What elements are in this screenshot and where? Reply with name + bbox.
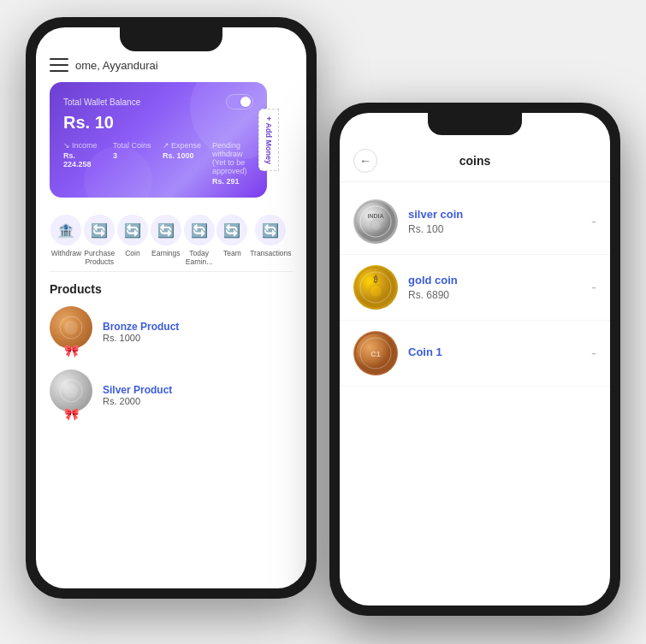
- gold-coin-dash: -: [591, 279, 596, 297]
- coin-icon: 🔄: [117, 215, 148, 245]
- gold-coin-image: ₿: [353, 265, 398, 310]
- nav-transactions[interactable]: 🔄 Transactions: [250, 215, 291, 266]
- phone2-notch: [428, 113, 522, 135]
- phone1-content: ome, Ayyandurai Total Wallet Balance Rs.…: [36, 27, 306, 588]
- bronze-product-price: Rs. 1000: [103, 333, 179, 343]
- wallet-card: Total Wallet Balance Rs. 10 ↘ Income Rs.…: [50, 82, 267, 198]
- svg-point-1: [64, 321, 78, 334]
- silver-coin-dash: -: [591, 213, 596, 231]
- earnings-icon: 🔄: [151, 215, 181, 245]
- transactions-icon: 🔄: [255, 215, 286, 245]
- add-money-tab[interactable]: + Add Money: [258, 109, 279, 172]
- nav-coin[interactable]: 🔄 Coin: [117, 215, 148, 266]
- bronze-ribbon: 🎀: [64, 344, 79, 357]
- back-button[interactable]: ←: [353, 149, 377, 173]
- gold-coin-name: gold coin: [408, 274, 581, 287]
- hamburger-icon[interactable]: [50, 58, 68, 72]
- silver-product-info: Silver Product Rs. 2000: [103, 384, 172, 406]
- today-icon: 🔄: [184, 215, 215, 245]
- product-bronze: 🎀 Bronze Product Rs. 1000: [50, 306, 293, 357]
- svg-text:₿: ₿: [373, 275, 378, 284]
- phone2-header: ← coins: [340, 142, 610, 182]
- coins-stat: Total Coins 3: [113, 141, 154, 186]
- team-icon: 🔄: [216, 215, 247, 245]
- silver-coin-info: silver coin Rs. 100: [408, 208, 581, 235]
- silver-product-name: Silver Product: [103, 384, 172, 396]
- phone2: ← coins: [329, 103, 620, 616]
- gold-coin-info: gold coin Rs. 6890: [408, 274, 581, 301]
- coin1-name: Coin 1: [408, 346, 581, 358]
- coin-item-coin1[interactable]: C1 Coin 1 -: [340, 321, 610, 387]
- silver-product-price: Rs. 2000: [103, 396, 172, 406]
- purchase-icon: 🔄: [84, 215, 115, 245]
- income-value: Rs. 224.258: [63, 151, 104, 168]
- wallet-stats: ↘ Income Rs. 224.258 Total Coins 3 ↗ Exp…: [63, 141, 253, 186]
- products-section: Products 🎀 Bronze Product: [50, 272, 293, 421]
- silver-coin-image: INDIA: [353, 199, 398, 244]
- products-title: Products: [50, 282, 293, 296]
- coin-item-silver[interactable]: INDIA silver coin Rs. 100 -: [340, 189, 610, 255]
- expense-value: Rs. 1000: [163, 151, 204, 160]
- bronze-product-info: Bronze Product Rs. 1000: [103, 321, 179, 343]
- silver-medal: [50, 369, 92, 412]
- phone1-screen: ome, Ayyandurai Total Wallet Balance Rs.…: [36, 27, 306, 588]
- nav-purchase[interactable]: 🔄 PurchaseProducts: [84, 215, 115, 266]
- pending-value: Rs. 291: [212, 177, 253, 186]
- coins-title: coins: [459, 154, 491, 168]
- income-stat: ↘ Income Rs. 224.258: [63, 141, 104, 186]
- phone2-screen: ← coins: [340, 113, 610, 606]
- phone1-notch: [120, 27, 222, 51]
- wallet-label: Total Wallet Balance: [63, 97, 140, 107]
- svg-point-7: [370, 220, 381, 230]
- svg-text:C1: C1: [370, 350, 381, 358]
- expense-stat: ↗ Expense Rs. 1000: [163, 141, 204, 186]
- coin-list: INDIA silver coin Rs. 100 -: [340, 182, 610, 393]
- coin1-dash: -: [591, 345, 596, 363]
- coin1-info: Coin 1: [408, 346, 581, 361]
- svg-point-11: [370, 285, 382, 297]
- silver-ribbon: 🎀: [64, 407, 79, 421]
- coin-item-gold[interactable]: ₿ gold coin Rs. 6890 -: [340, 255, 610, 321]
- pending-stat: Pending withdraw (Yet to be approved) Rs…: [212, 141, 253, 186]
- toggle-switch[interactable]: [226, 94, 253, 109]
- silver-coin-price: Rs. 100: [408, 223, 581, 235]
- svg-text:INDIA: INDIA: [367, 213, 383, 219]
- phone1-header: ome, Ayyandurai: [50, 58, 293, 72]
- toggle-thumb: [240, 97, 251, 107]
- nav-today[interactable]: 🔄 TodayEarnin...: [184, 215, 215, 266]
- nav-withdraw[interactable]: 🏦 Withdraw: [50, 215, 81, 266]
- gold-coin-price: Rs. 6890: [408, 289, 581, 301]
- nav-earnings[interactable]: 🔄 Earnings: [151, 215, 181, 266]
- product-silver: 🎀 Silver Product Rs. 2000: [50, 369, 293, 421]
- bronze-medal: [50, 306, 92, 349]
- silver-coin-name: silver coin: [408, 208, 581, 221]
- bronze-product-name: Bronze Product: [103, 321, 179, 333]
- withdraw-icon: 🏦: [50, 215, 81, 245]
- welcome-text: ome, Ayyandurai: [75, 59, 158, 72]
- phone1: ome, Ayyandurai Total Wallet Balance Rs.…: [26, 17, 317, 599]
- coin1-image: C1: [353, 331, 398, 375]
- coins-value: 3: [113, 151, 154, 160]
- nav-team[interactable]: 🔄 Team: [216, 215, 247, 266]
- wallet-balance: Rs. 10: [63, 113, 253, 133]
- svg-point-3: [64, 384, 78, 398]
- phone2-content: ← coins: [340, 113, 610, 606]
- nav-icons: 🏦 Withdraw 🔄 PurchaseProducts 🔄 Coin 🔄 E…: [50, 206, 293, 272]
